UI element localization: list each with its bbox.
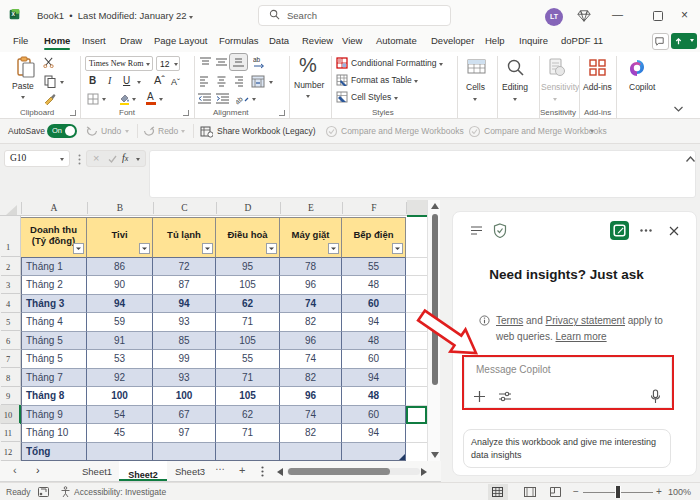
svg-text:ab: ab (236, 95, 244, 105)
svg-text:X: X (11, 11, 15, 17)
svg-text:ab: ab (253, 56, 261, 63)
